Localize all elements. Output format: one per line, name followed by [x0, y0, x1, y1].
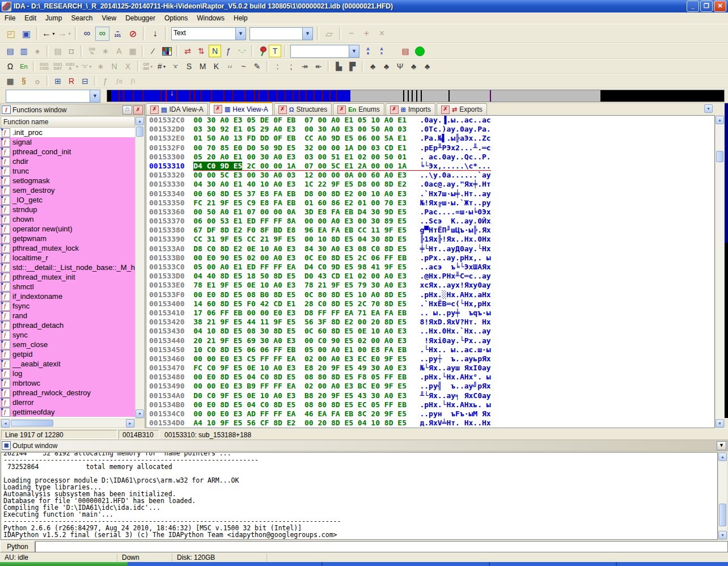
- hex-row[interactable]: 001533F0 00 E0 8D E5 08 B0 8D E5 0C 80 8…: [146, 290, 714, 299]
- navigate-back-button[interactable]: ←▼: [41, 27, 56, 41]
- constant-button[interactable]: K: [210, 60, 223, 73]
- hex-row[interactable]: 00153390 CC 31 9F E5 CC 21 9F E5 00 10 8…: [146, 235, 714, 244]
- scroll-down-icon[interactable]: ▼: [718, 531, 727, 539]
- search-text-button[interactable]: ∞: [95, 27, 109, 41]
- hex-row[interactable]: 001533C0 05 00 A0 E1 ED FF FF EA D4 C0 9…: [146, 263, 714, 272]
- hex-row[interactable]: 00153370 06 00 53 E1 ED FF FF 8A 00 00 A…: [146, 217, 714, 226]
- function-list-item[interactable]: f↘dlerror: [1, 398, 135, 407]
- tab-close-icon[interactable]: ✗: [441, 105, 450, 114]
- search-type-combo[interactable]: Text▼: [171, 27, 246, 40]
- hex-row[interactable]: 00153490 00 00 E0 E3 B9 FF FF EA 02 00 A…: [146, 382, 714, 391]
- hex-row[interactable]: 001532D0 03 30 92 E1 05 29 A0 E3 00 30 A…: [146, 125, 714, 134]
- function-list-item[interactable]: f↘_IO_getc: [1, 195, 135, 205]
- tab-close-icon[interactable]: ✗: [278, 105, 287, 114]
- hex-row[interactable]: 001533B0 00 E0 90 E5 02 00 A0 E3 0C E0 8…: [146, 254, 714, 263]
- start-button-sliver[interactable]: [0, 562, 128, 566]
- function-list-item[interactable]: f↘pthread_rwlock_destroy: [1, 388, 135, 398]
- scroll-thumb[interactable]: [11, 420, 53, 426]
- script-file-button[interactable]: §: [18, 75, 30, 87]
- setup-tool-button[interactable]: ∕: [147, 45, 159, 57]
- function-list-item[interactable]: f↘chdir: [1, 157, 135, 166]
- function-list-item[interactable]: f↘pthread_mutex_init: [1, 272, 135, 282]
- search-values-button[interactable]: ∞101: [111, 27, 125, 41]
- hex-row[interactable]: 00153450 10 C0 8D E5 06 06 FF EB 05 00 A…: [146, 345, 714, 354]
- tab-exports[interactable]: ✗⇄Exports: [437, 103, 487, 115]
- flower-colorize-button[interactable]: [257, 45, 267, 57]
- xrefs-graph-button[interactable]: ⇅: [195, 45, 208, 57]
- menu-debugger[interactable]: Debugger: [121, 13, 160, 23]
- hex-row[interactable]: 00153430 04 10 8D E5 08 30 8D E5 0C 60 8…: [146, 327, 714, 336]
- hex-row[interactable]: 001533A0 D8 C0 8D E2 0E 10 A0 E3 84 30 A…: [146, 244, 714, 254]
- python-command-input[interactable]: [35, 541, 728, 552]
- hex-row[interactable]: 001533E0 78 E1 9F E5 0E 10 A0 E3 78 21 9…: [146, 281, 714, 290]
- minimize-button[interactable]: _: [687, 1, 699, 12]
- hex-row[interactable]: 00153350 FC 21 9F E5 C9 E8 FA EB 01 60 8…: [146, 198, 714, 208]
- function-list-item[interactable]: f↘sem_close: [1, 340, 135, 349]
- cross-references-button[interactable]: ⇄: [181, 45, 194, 57]
- function-name-column-header[interactable]: Function name: [1, 116, 135, 128]
- colors-palette-button[interactable]: [162, 47, 172, 56]
- save-button[interactable]: ▣: [19, 27, 33, 41]
- chevron-down-icon[interactable]: ▼: [349, 45, 359, 57]
- hex-row[interactable]: 001532C0 00 30 A0 E3 05 DE 0F EB 07 00 A…: [146, 116, 714, 125]
- hex-row[interactable]: 001534D0 A4 10 9F E5 56 CF 8D E2 00 20 8…: [146, 419, 714, 428]
- invert-sign-button[interactable]: /-/: [224, 60, 236, 73]
- hex-row[interactable]: 001533D0 04 40 8D E5 18 50 8D E5 D0 43 C…: [146, 272, 714, 281]
- demangle-names-button[interactable]: Aa: [362, 45, 374, 57]
- menu-view[interactable]: View: [97, 13, 121, 23]
- hex-row[interactable]: 00153300 05 20 A0 E1 00 30 A0 E3 03 00 5…: [146, 153, 714, 162]
- hex-row[interactable]: 00153330 04 30 A0 E1 40 10 A0 E3 1C 22 9…: [146, 180, 714, 189]
- function-list-item[interactable]: f↘std::__detail::_List_node_base::_M_hoo…: [1, 263, 135, 272]
- scroll-thumb[interactable]: [716, 151, 723, 162]
- char-button[interactable]: 'x': [170, 60, 182, 73]
- text-marker-button[interactable]: T: [269, 45, 281, 57]
- menu-jump[interactable]: Jump: [41, 13, 66, 23]
- hex-row[interactable]: 00153420 38 21 9F E5 44 11 9F E5 56 3F 8…: [146, 318, 714, 327]
- function-list-item[interactable]: f↘gettimeofday: [1, 407, 135, 417]
- hex-row[interactable]: 00153440 20 21 9F E5 69 30 A0 E3 00 C0 9…: [146, 336, 714, 345]
- function-list-item[interactable]: f↘sem_destroy: [1, 185, 135, 195]
- scroll-down-icon[interactable]: ▼: [136, 409, 144, 418]
- hex-row[interactable]: 001534C0 00 00 E0 E3 AD FF FF EA 46 EA F…: [146, 409, 714, 419]
- function-list-item[interactable]: f↘.init_proc: [1, 128, 135, 137]
- output-chevron-icon[interactable]: ▼: [717, 441, 726, 450]
- options-gear-button[interactable]: ☼: [31, 75, 44, 87]
- graph-xrefs-from-button[interactable]: ♣: [408, 60, 420, 73]
- rename-button[interactable]: N: [209, 45, 221, 57]
- function-list-item[interactable]: f↘chown: [1, 214, 135, 224]
- menu-search[interactable]: Search: [66, 13, 97, 23]
- name-combo[interactable]: ▼: [290, 45, 359, 58]
- hex-row[interactable]: 001534A0 D0 C0 9F E5 0E 10 A0 E3 B8 20 9…: [146, 391, 714, 400]
- function-list-item[interactable]: f↘pthread_cond_init: [1, 147, 135, 157]
- functions-maximize-button[interactable]: □: [122, 105, 132, 115]
- bitwise-not-button[interactable]: ~: [238, 60, 250, 73]
- functions-close-button[interactable]: ✗: [133, 105, 143, 115]
- reset-desktop-button[interactable]: R: [65, 75, 78, 87]
- hide-names-button[interactable]: Ax: [375, 45, 388, 57]
- number-button[interactable]: #▼: [156, 60, 168, 73]
- function-list-item[interactable]: f↘shmctl: [1, 282, 135, 292]
- function-list-item[interactable]: f↘signal: [1, 137, 135, 147]
- function-list-item[interactable]: f↘pthread_mutex_lock: [1, 243, 135, 253]
- hex-row[interactable]: 00153470 FC C0 9F E5 0E 10 A0 E3 E8 20 9…: [146, 364, 714, 373]
- stack-var-button[interactable]: ↠: [299, 60, 311, 73]
- close-button[interactable]: ✕: [714, 1, 726, 12]
- enums-button[interactable]: En: [18, 60, 30, 73]
- search-term-combo-value[interactable]: [250, 28, 302, 40]
- tab-structures[interactable]: ✗ΩStructures: [274, 103, 332, 115]
- tab-close-icon[interactable]: ✗: [214, 105, 222, 113]
- scroll-right-icon[interactable]: ►: [126, 419, 134, 428]
- name-jump-combo[interactable]: ▼: [6, 90, 100, 103]
- search-type-combo-value[interactable]: Text: [172, 28, 235, 40]
- hex-row[interactable]: 00153340 00 60 8D E5 37 E8 FA EB D8 00 8…: [146, 189, 714, 198]
- calculator-button[interactable]: ▦: [4, 75, 16, 87]
- hex-row[interactable]: 00153310 D4 C0 9D E5 2C 00 00 1A 07 00 5…: [146, 162, 714, 171]
- scroll-up-icon[interactable]: ▲: [136, 117, 144, 125]
- jump-address-button[interactable]: ↓: [148, 27, 162, 41]
- hex-row[interactable]: 00153320 00 00 5C E3 00 30 A0 03 12 00 0…: [146, 171, 714, 180]
- output-window-titlebar[interactable]: ▦ Output window ▼: [0, 440, 728, 451]
- navigator-band[interactable]: ↓: [107, 90, 725, 102]
- chart-flow-button[interactable]: ▙: [333, 60, 345, 73]
- hexdump-view-button[interactable]: ▥: [18, 45, 30, 57]
- chevron-down-icon[interactable]: ▼: [90, 90, 100, 102]
